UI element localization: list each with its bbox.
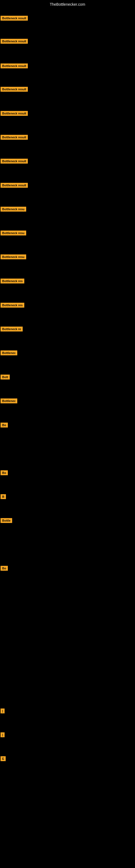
bottleneck-badge-6: Bottleneck result: [1, 135, 28, 140]
bottleneck-badge-3: Bottleneck result: [1, 63, 28, 68]
bottleneck-badge-24: |: [1, 733, 5, 737]
bottleneck-badge-21: Bottle: [1, 518, 12, 523]
bottleneck-badge-16: Bott: [1, 375, 10, 379]
bottleneck-badge-7: Bottleneck result: [1, 159, 28, 163]
bottleneck-badge-20: B: [1, 494, 6, 499]
bottleneck-badge-23: |: [1, 709, 5, 713]
bottleneck-badge-22: Bo: [1, 566, 8, 571]
bottleneck-badge-2: Bottleneck result: [1, 39, 28, 44]
bottleneck-badge-8: Bottleneck result: [1, 183, 28, 188]
bottleneck-badge-25: E: [1, 756, 6, 761]
site-title: TheBottlenecker.com: [0, 0, 135, 9]
bottleneck-badge-11: Bottleneck resu: [1, 254, 26, 259]
bottleneck-badge-18: Bo: [1, 423, 8, 428]
bottleneck-badge-19: Bo: [1, 470, 8, 475]
bottleneck-badge-4: Bottleneck result: [1, 87, 28, 92]
bottleneck-badge-13: Bottleneck res: [1, 303, 24, 308]
bottleneck-badge-14: Bottleneck re: [1, 327, 23, 332]
bottleneck-badge-5: Bottleneck result: [1, 111, 28, 116]
bottleneck-badge-12: Bottleneck res: [1, 279, 24, 283]
bottleneck-badge-15: Bottlenec: [1, 350, 17, 355]
bottleneck-badge-1: Bottleneck result: [1, 16, 28, 21]
bottleneck-badge-10: Bottleneck resu: [1, 230, 26, 236]
bottleneck-badge-9: Bottleneck resu: [1, 207, 26, 212]
bottleneck-badge-17: Bottlenec: [1, 399, 17, 403]
